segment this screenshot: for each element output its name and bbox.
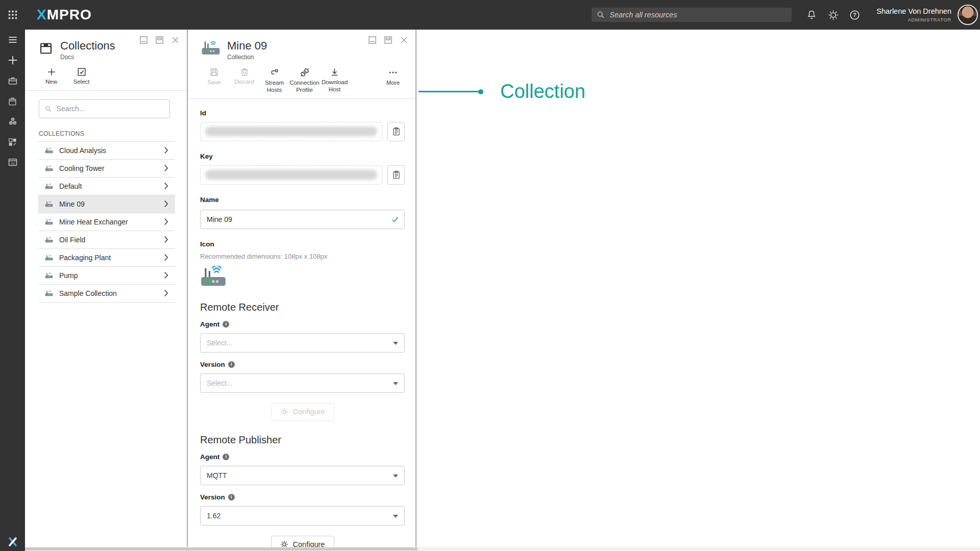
close-icon[interactable] bbox=[400, 36, 408, 44]
apps-grid-icon[interactable] bbox=[0, 0, 26, 30]
publisher-agent-label: Agent i bbox=[200, 453, 405, 461]
package-icon[interactable] bbox=[0, 91, 25, 111]
scrollbar-thumb[interactable] bbox=[25, 547, 418, 550]
connection-profile-button[interactable]: Connection Profile bbox=[289, 67, 320, 94]
info-icon[interactable]: i bbox=[223, 454, 229, 460]
info-icon[interactable]: i bbox=[228, 494, 235, 500]
name-input[interactable] bbox=[200, 210, 405, 229]
maximize-icon[interactable] bbox=[155, 36, 164, 44]
collection-list-item[interactable]: Mine Heat Exchanger bbox=[38, 213, 175, 231]
gears-icon[interactable] bbox=[0, 111, 25, 132]
download-icon bbox=[330, 67, 339, 77]
chevron-right-icon[interactable] bbox=[164, 218, 168, 226]
chevron-down-icon bbox=[393, 382, 398, 385]
clipboard-icon bbox=[393, 127, 400, 136]
stream-hosts-button[interactable]: Stream Hosts bbox=[259, 67, 289, 94]
collection-list-item[interactable]: Default bbox=[38, 178, 175, 195]
collections-title: Collections bbox=[60, 40, 115, 52]
stream-hosts-icon bbox=[270, 67, 280, 78]
collection-list-item[interactable]: Cooling Tower bbox=[38, 160, 175, 178]
select-label: Select bbox=[74, 79, 90, 86]
app-window-icon[interactable]: (x) bbox=[0, 152, 25, 172]
annotation-label: Collection bbox=[500, 81, 585, 103]
save-button[interactable]: Save bbox=[199, 67, 229, 86]
chevron-down-icon bbox=[393, 515, 398, 518]
publisher-version-label: Version i bbox=[200, 493, 405, 501]
xmpro-x-logo bbox=[0, 536, 25, 548]
minimize-icon[interactable] bbox=[368, 36, 377, 44]
left-rail: (x) bbox=[0, 30, 25, 551]
horizontal-scrollbar[interactable] bbox=[25, 547, 980, 551]
collection-list-item[interactable]: Oil Field bbox=[38, 231, 175, 249]
svg-text:(x): (x) bbox=[11, 161, 14, 165]
download-host-button[interactable]: Download Host bbox=[320, 67, 350, 93]
detail-panel: Mine 09 Collection Save Discard Stream H… bbox=[188, 30, 416, 547]
collection-icon-preview[interactable] bbox=[200, 266, 405, 288]
publisher-configure-button[interactable]: Configure bbox=[271, 536, 334, 547]
chevron-right-icon[interactable] bbox=[164, 164, 168, 172]
chevron-right-icon[interactable] bbox=[164, 182, 168, 190]
collection-list-item[interactable]: Cloud Analysis bbox=[38, 142, 175, 160]
info-icon[interactable]: i bbox=[228, 361, 235, 368]
collection-list-item[interactable]: Sample Collection bbox=[38, 285, 175, 303]
router-icon bbox=[45, 254, 53, 261]
copy-id-button[interactable] bbox=[387, 122, 405, 141]
receiver-configure-button[interactable]: Configure bbox=[271, 403, 334, 421]
router-icon bbox=[45, 290, 53, 297]
receiver-version-label: Version i bbox=[200, 361, 405, 368]
clipboard-icon bbox=[393, 170, 400, 179]
collection-list-item[interactable]: Packaging Plant bbox=[38, 249, 175, 267]
collections-toolbar: New Select bbox=[25, 67, 187, 91]
icon-dimensions-hint: Recommended dimensions: 108px x 108px bbox=[200, 253, 405, 260]
notifications-bell-icon[interactable] bbox=[801, 0, 822, 30]
detail-title: Mine 09 bbox=[227, 40, 267, 52]
menu-icon[interactable] bbox=[0, 30, 25, 50]
add-icon[interactable] bbox=[0, 50, 25, 70]
receiver-agent-select[interactable]: Select... bbox=[200, 333, 405, 353]
user-role: ADMINISTRATOR bbox=[876, 17, 951, 22]
search-icon bbox=[597, 11, 605, 19]
collection-list-item[interactable]: Mine 09 bbox=[38, 195, 175, 213]
collection-annotation: Collection bbox=[419, 81, 585, 103]
router-icon bbox=[45, 272, 53, 279]
chevron-right-icon[interactable] bbox=[164, 254, 168, 261]
chevron-down-icon bbox=[393, 342, 398, 345]
close-icon[interactable] bbox=[171, 36, 180, 44]
chevron-right-icon[interactable] bbox=[164, 236, 168, 243]
discard-button[interactable]: Discard bbox=[229, 67, 259, 86]
collections-search[interactable] bbox=[39, 99, 170, 118]
name-label: Name bbox=[200, 196, 405, 204]
chevron-right-icon[interactable] bbox=[164, 289, 168, 297]
id-label: Id bbox=[200, 109, 405, 117]
publisher-agent-select[interactable]: MQTT bbox=[200, 466, 405, 485]
global-search[interactable] bbox=[592, 8, 792, 22]
router-icon bbox=[45, 183, 53, 190]
minimize-icon[interactable] bbox=[139, 36, 148, 44]
chevron-right-icon[interactable] bbox=[164, 200, 168, 208]
svg-text:?: ? bbox=[853, 12, 856, 18]
key-redacted-value bbox=[205, 170, 377, 180]
collections-panel: Collections Docs New Select COLLECTIONS bbox=[25, 30, 188, 547]
info-icon[interactable]: i bbox=[223, 321, 229, 328]
widgets-icon[interactable] bbox=[0, 132, 25, 152]
global-search-input[interactable] bbox=[609, 11, 787, 19]
new-button[interactable]: New bbox=[36, 67, 66, 86]
logo-rest: MPRO bbox=[47, 7, 92, 23]
receiver-agent-label: Agent i bbox=[200, 320, 405, 328]
briefcase-icon[interactable] bbox=[0, 70, 25, 91]
publisher-version-select[interactable]: 1.62 bbox=[200, 506, 405, 525]
settings-gear-icon[interactable] bbox=[822, 0, 844, 30]
maximize-icon[interactable] bbox=[384, 36, 393, 44]
top-bar: XMPRO ? bbox=[0, 0, 980, 30]
avatar[interactable] bbox=[958, 5, 978, 25]
chevron-right-icon[interactable] bbox=[164, 146, 168, 154]
select-button[interactable]: Select bbox=[66, 67, 96, 86]
copy-key-button[interactable] bbox=[387, 165, 405, 185]
receiver-version-select[interactable]: Select... bbox=[200, 373, 405, 393]
more-button[interactable]: More bbox=[381, 67, 405, 87]
collections-search-input[interactable] bbox=[57, 105, 164, 113]
user-menu[interactable]: Sharlene Von Drehnen ADMINISTRATOR bbox=[876, 7, 951, 22]
help-icon[interactable]: ? bbox=[844, 0, 865, 30]
chevron-right-icon[interactable] bbox=[164, 271, 168, 279]
collection-list-item[interactable]: Pump bbox=[38, 267, 175, 285]
